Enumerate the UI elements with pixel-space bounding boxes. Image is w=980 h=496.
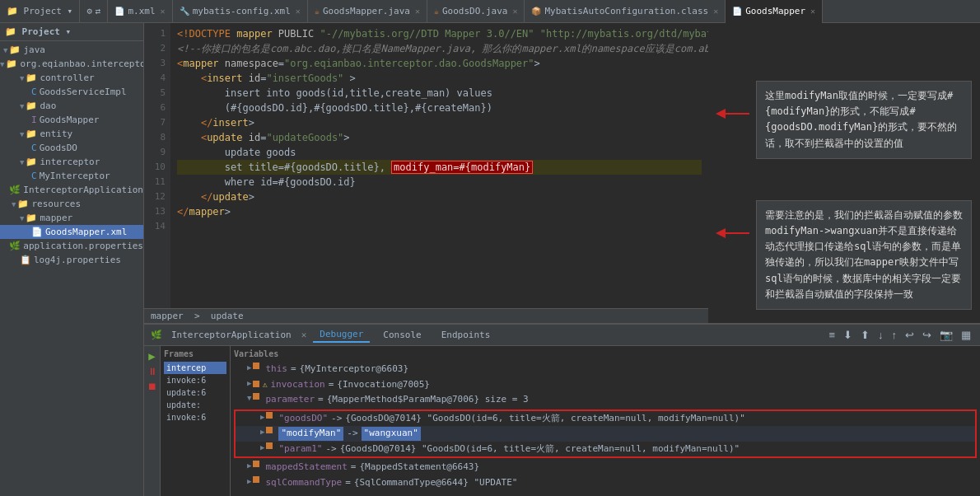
var-param1-expand[interactable]: ▶ [260,442,264,454]
var-mappedstatement-eq: = [351,461,357,475]
folder-icon-java: 📁 [9,44,21,55]
tab-goodsmapper-xml[interactable]: 📄 GoodsMapper ✕ [726,0,823,23]
var-sqlcommandtype-value: {SqlCommandType@6644} "UPDATE" [354,476,518,490]
debug-tab-debugger[interactable]: Debugger [313,327,370,343]
tab-project[interactable]: 📁 Project ▾ [0,0,80,23]
debug-tab-console[interactable]: Console [376,328,427,342]
debug-stop-icon[interactable]: ⏹ [147,381,157,392]
tree-label-dao: dao [40,101,56,111]
tree-item-interceptor[interactable]: ▼ 📁 interceptor [0,155,143,169]
debug-btn-step-into[interactable]: ↓ [875,328,886,342]
var-parameter-name: parameter [265,393,315,407]
tree-item-dao[interactable]: ▼ 📁 dao [0,99,143,113]
frame-item-intercep[interactable]: intercep [164,362,226,374]
debug-btn-run-to-cursor[interactable]: ↩ [903,328,917,342]
red-border-vars: ▶ "goodsDO" -> {GoodsDO@7014} "GoodsDO(i… [234,409,977,459]
goodsdo-java-close[interactable]: ✕ [512,7,517,16]
folder-icon-resources: 📁 [17,199,29,209]
file-icon-application-props: 🌿 [9,241,21,251]
tree-item-org[interactable]: ▼ 📁 org.eqianbao.interceptor [0,57,143,71]
frame-item-invoke2[interactable]: invoke:6 [164,411,226,423]
var-modifyman-expand[interactable]: ▶ [260,427,264,438]
var-parameter-expand[interactable]: ▼ [247,393,251,405]
var-goodsdo-name: "goodsDO" [278,412,328,426]
code-line-12: where id=#{goodsDO.id} [177,175,702,190]
var-goodsdo-expand[interactable]: ▶ [260,412,264,423]
annotation-area: 这里modifyMan取值的时候，一定要写成#{modifyMan}的形式，不能… [708,23,980,323]
tab-mybatis-config[interactable]: 🔧 mybatis-config.xml ✕ [173,0,308,23]
annotation-text-1: 这里modifyMan取值的时候，一定要写成#{modifyMan}的形式，不能… [765,90,957,149]
debug-tab-endpoints[interactable]: Endpoints [435,328,497,342]
mybatis-config-close[interactable]: ✕ [296,7,301,16]
frame-item-update2[interactable]: update: [164,399,226,411]
tab-settings[interactable]: ⚙ ⇄ [80,0,108,23]
goodsmapper-xml-close[interactable]: ✕ [810,7,815,16]
file-icon-interceptorapp: 🌿 [9,185,21,195]
frames-header: Frames [164,349,226,358]
debug-resume-icon[interactable]: ▶ [148,349,155,363]
tree-item-goodsdo[interactable]: C GoodsDO [0,141,143,155]
settings-icon: ⚙ [86,6,92,16]
var-goodsdo-value: {GoodsDO@7014} "GoodsDO(id=6, title=火箭, … [345,412,745,426]
sidebar: 📁 Project ▾ ▼ 📁 java ▼ 📁 org.eqianbao.in… [0,23,144,496]
debug-btn-settings[interactable]: ▦ [959,328,973,342]
debug-btn-step-out[interactable]: ↑ [889,328,900,342]
debug-btn-camera[interactable]: 📷 [937,328,955,342]
file-icon-log4j-props: 📋 [20,255,31,265]
tree-item-interceptorapp[interactable]: 🌿 InterceptorApplication [0,183,143,197]
code-content[interactable]: <!DOCTYPE mapper PUBLIC "-//mybatis.org/… [170,23,708,308]
folder-icon-entity: 📁 [26,129,37,139]
tree-item-goodsmapper-xml[interactable]: 📄 GoodsMapper.xml [0,225,143,239]
tree-label-java: java [23,44,45,55]
var-invocation-expand[interactable]: ▶ [247,378,251,390]
goodsmapper-xml-label: GoodsMapper [745,6,805,16]
tab-mxml[interactable]: 📄 m.xml ✕ [108,0,172,23]
tab-mybatis-auto[interactable]: 📦 MybatisAutoConfiguration.class ✕ [525,0,726,23]
tree-item-application-props[interactable]: 🌿 application.properties [0,239,143,253]
var-parameter-eq: = [318,393,324,407]
var-invocation: ▶ ⚠ invocation = {Invocation@7005} [234,377,977,393]
var-param1-name: "param1" [278,442,322,456]
tree-item-log4j-props[interactable]: 📋 log4j.properties [0,253,143,267]
debug-btn-evaluate[interactable]: ↪ [920,328,934,342]
tree-item-myinterceptor[interactable]: C MyInterceptor [0,169,143,183]
tab-goodsmapper-java[interactable]: ☕ GoodsMapper.java ✕ [308,0,427,23]
tree-item-controller[interactable]: ▼ 📁 controller [0,71,143,85]
debug-btn-down[interactable]: ⬇ [841,328,855,342]
var-goodsdo: ▶ "goodsDO" -> {GoodsDO@7014} "GoodsDO(i… [236,411,975,427]
tree-item-mapper[interactable]: ▼ 📁 mapper [0,211,143,225]
var-this-expand[interactable]: ▶ [247,363,251,374]
debug-pause-icon[interactable]: ⏸ [147,366,157,377]
debug-variables: Variables ▶ this = {MyInterceptor@6603} [231,346,980,496]
var-mappedstatement-expand[interactable]: ▶ [247,461,251,472]
tree-label-myinterceptor: MyInterceptor [40,171,110,181]
mxml-close[interactable]: ✕ [161,7,166,16]
debug-close-icon[interactable]: ✕ [301,330,307,340]
annotation-text-2: 需要注意的是，我们的拦截器自动赋值的参数modifyMan->wangxuan并… [765,209,963,300]
var-sqlcommandtype-expand[interactable]: ▶ [247,476,251,488]
var-modifyman-value: "wangxuan" [362,427,421,441]
tree-label-interceptor: interceptor [40,157,100,167]
tree-item-resources[interactable]: ▼ 📁 resources [0,197,143,211]
mybatis-auto-close[interactable]: ✕ [713,7,718,16]
tree-item-entity[interactable]: ▼ 📁 entity [0,127,143,141]
tree-arrow-interceptor: ▼ [20,158,24,166]
tab-bar: 📁 Project ▾ ⚙ ⇄ 📄 m.xml ✕ 🔧 mybatis-conf… [0,0,980,23]
tree-arrow-org: ▼ [0,60,4,68]
frame-item-update1[interactable]: update:6 [164,386,226,399]
code-line-1: <!DOCTYPE mapper PUBLIC "-//mybatis.org/… [177,26,702,41]
frame-label-update2: update: [166,400,201,409]
debug-btn-up[interactable]: ⬆ [858,328,872,342]
debug-btn-step-over[interactable]: ≡ [826,328,838,342]
mxml-icon: 📄 [114,7,124,16]
tree-label-application-props: application.properties [23,241,143,251]
tab-goodsdo-java[interactable]: ☕ GoodsDO.java ✕ [427,0,525,23]
tree-item-goodsmapper[interactable]: I GoodsMapper [0,113,143,127]
tree-item-goodsserviceimpl[interactable]: C GoodsServiceImpl [0,85,143,99]
tree-arrow-java: ▼ [3,46,7,54]
breadcrumb-text: mapper > update [151,311,244,321]
tree-item-java[interactable]: ▼ 📁 java [0,43,143,57]
goodsmapper-java-close[interactable]: ✕ [415,7,420,16]
debug-toolbar: ≡ ⬇ ⬆ ↓ ↑ ↩ ↪ 📷 ▦ [826,328,973,342]
frame-item-invoke1[interactable]: invoke:6 [164,374,226,386]
